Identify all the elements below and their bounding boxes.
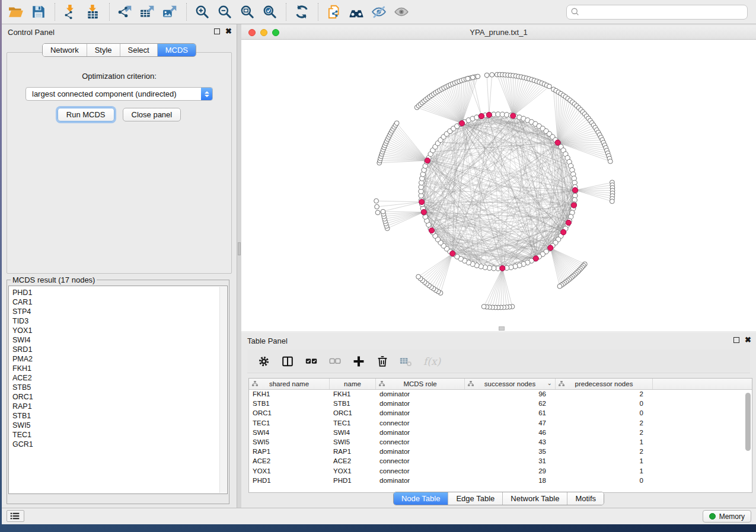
show-panels-button[interactable] — [7, 510, 24, 522]
mcds-result-item[interactable]: TID3 — [12, 316, 227, 326]
delete-row-button[interactable] — [374, 352, 392, 370]
cell-successor-nodes[interactable]: 96 — [465, 390, 556, 399]
panel-splitter[interactable] — [237, 24, 241, 508]
column-header-successor-nodes[interactable]: successor nodes⌄ — [465, 379, 556, 389]
memory-button[interactable]: Memory — [703, 510, 751, 523]
first-neighbors-button[interactable] — [347, 2, 367, 21]
show-all-button[interactable] — [392, 2, 412, 21]
zoom-in-button[interactable] — [193, 2, 213, 21]
cell-predecessor-nodes[interactable]: 0 — [556, 399, 653, 409]
table-row[interactable]: SWI4SWI4dominator462 — [249, 428, 752, 438]
export-image-button[interactable] — [161, 2, 181, 21]
cell-successor-nodes[interactable]: 62 — [465, 399, 556, 409]
close-panel-icon[interactable]: ✖ — [745, 336, 751, 343]
cell-shared-name[interactable]: ORC1 — [249, 409, 330, 418]
network-graph[interactable] — [241, 40, 756, 331]
canvas-scroll-handle[interactable] — [499, 326, 505, 331]
cell-predecessor-nodes[interactable]: 0 — [556, 476, 653, 486]
mcds-result-item[interactable]: GCR1 — [12, 440, 227, 449]
cell-shared-name[interactable]: SWI5 — [249, 438, 330, 447]
mcds-list-scrollbar[interactable] — [219, 287, 227, 493]
tab-edge-table[interactable]: Edge Table — [448, 492, 502, 505]
cell-predecessor-nodes[interactable]: 1 — [556, 457, 653, 466]
open-folder-button[interactable] — [7, 2, 27, 21]
table-row[interactable]: TEC1TEC1connector472 — [249, 419, 752, 428]
cell-predecessor-nodes[interactable]: 2 — [556, 390, 653, 399]
mcds-result-item[interactable]: SWI4 — [12, 335, 227, 345]
cell-name[interactable]: YOX1 — [330, 467, 376, 476]
tab-style[interactable]: Style — [87, 44, 120, 56]
table-row[interactable]: SWI5SWI5connector431 — [249, 438, 752, 447]
cell-shared-name[interactable]: RAP1 — [249, 447, 330, 457]
cell-shared-name[interactable]: TEC1 — [249, 419, 330, 428]
cell-MCDS-role[interactable]: connector — [376, 438, 465, 447]
mcds-result-item[interactable]: ACE2 — [12, 373, 227, 383]
cell-successor-nodes[interactable]: 35 — [465, 447, 556, 457]
window-close-icon[interactable] — [248, 29, 256, 36]
cell-shared-name[interactable]: FKH1 — [249, 390, 330, 399]
network-canvas[interactable] — [241, 40, 756, 331]
sort-chevron-icon[interactable]: ⌄ — [547, 380, 552, 386]
tab-network-table[interactable]: Network Table — [502, 492, 567, 505]
table-scrollbar-thumb[interactable] — [745, 393, 751, 451]
tab-motifs[interactable]: Motifs — [567, 492, 604, 505]
table-row[interactable]: PHD1PHD1dominator180 — [249, 476, 752, 486]
cell-predecessor-nodes[interactable]: 2 — [556, 419, 653, 428]
refresh-button[interactable] — [292, 2, 312, 21]
mcds-result-item[interactable]: STB5 — [12, 383, 227, 392]
cell-name[interactable]: ACE2 — [330, 457, 376, 466]
close-panel-button[interactable]: Close panel — [123, 108, 181, 121]
cell-name[interactable]: ORC1 — [330, 409, 376, 418]
save-button[interactable] — [29, 2, 49, 21]
cell-shared-name[interactable]: SWI4 — [249, 428, 330, 438]
search-input[interactable] — [566, 5, 748, 20]
cell-MCDS-role[interactable]: connector — [376, 467, 465, 476]
cell-MCDS-role[interactable]: dominator — [376, 390, 465, 399]
mcds-result-item[interactable]: ORC1 — [12, 392, 227, 402]
cell-shared-name[interactable]: STB1 — [249, 399, 330, 409]
column-header-MCDS-role[interactable]: MCDS role — [376, 379, 465, 389]
close-panel-icon[interactable]: ✖ — [225, 28, 232, 34]
cell-name[interactable]: SWI5 — [330, 438, 376, 447]
zoom-out-button[interactable] — [215, 2, 235, 21]
mcds-result-item[interactable]: SRD1 — [12, 345, 227, 354]
cell-predecessor-nodes[interactable]: 2 — [556, 447, 653, 457]
cell-successor-nodes[interactable]: 47 — [465, 419, 556, 428]
mcds-result-item[interactable]: CAR1 — [12, 297, 227, 307]
zoom-selected-button[interactable] — [260, 2, 280, 21]
share-document-button[interactable] — [324, 2, 344, 21]
zoom-fit-button[interactable] — [238, 2, 258, 21]
table-row[interactable]: YOX1YOX1connector291 — [249, 467, 752, 476]
tab-node-table[interactable]: Node Table — [394, 492, 448, 505]
add-row-button[interactable] — [350, 352, 368, 370]
cell-successor-nodes[interactable]: 46 — [465, 428, 556, 438]
mcds-result-item[interactable]: PHD1 — [12, 288, 227, 297]
optimization-criterion-dropdown[interactable]: largest connected component (undirected) — [25, 87, 213, 101]
column-header-predecessor-nodes[interactable]: predecessor nodes — [556, 379, 653, 389]
import-network-button[interactable] — [61, 2, 81, 21]
cell-MCDS-role[interactable]: dominator — [376, 447, 465, 457]
cell-predecessor-nodes[interactable]: 2 — [556, 428, 653, 438]
cell-name[interactable]: FKH1 — [330, 390, 376, 399]
cell-name[interactable]: STB1 — [330, 399, 376, 409]
cell-MCDS-role[interactable]: connector — [376, 419, 465, 428]
node-table[interactable]: shared namenameMCDS rolesuccessor nodes⌄… — [248, 378, 752, 493]
hide-selected-button[interactable] — [369, 2, 390, 21]
export-table-button[interactable] — [138, 2, 158, 21]
cell-successor-nodes[interactable]: 31 — [465, 457, 556, 466]
mcds-result-item[interactable]: PMA2 — [12, 354, 227, 364]
tab-network[interactable]: Network — [43, 44, 87, 56]
window-zoom-icon[interactable] — [272, 29, 279, 36]
mcds-result-item[interactable]: STB1 — [12, 411, 227, 421]
tab-mcds[interactable]: MCDS — [157, 44, 196, 56]
cell-shared-name[interactable]: PHD1 — [249, 476, 330, 486]
column-header-shared-name[interactable]: shared name — [249, 379, 330, 389]
mcds-result-list[interactable]: PHD1CAR1STP4TID3YOX1SWI4SRD1PMA2FKH1ACE2… — [8, 286, 228, 494]
cell-name[interactable]: PHD1 — [330, 476, 376, 486]
import-table-button[interactable] — [84, 2, 104, 21]
cell-MCDS-role[interactable]: dominator — [376, 476, 465, 486]
splitter-handle[interactable] — [238, 242, 241, 255]
deselect-all-button[interactable] — [327, 352, 344, 370]
cell-predecessor-nodes[interactable]: 0 — [556, 409, 653, 418]
split-view-button[interactable] — [279, 352, 297, 370]
